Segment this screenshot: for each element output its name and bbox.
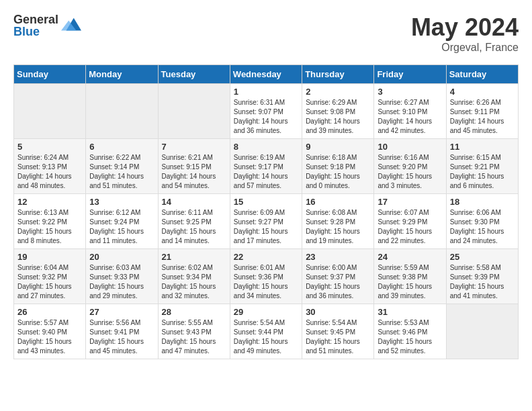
day-info: Sunrise: 6:03 AM Sunset: 9:33 PM Dayligh… [89,263,154,301]
day-number: 28 [162,307,226,317]
day-info: Sunrise: 5:56 AM Sunset: 9:41 PM Dayligh… [89,318,154,356]
day-number: 16 [306,197,370,207]
header-day: Thursday [302,65,374,84]
day-info: Sunrise: 5:54 AM Sunset: 9:44 PM Dayligh… [234,318,298,356]
day-number: 8 [234,142,298,152]
calendar-cell: 17Sunrise: 6:07 AM Sunset: 9:29 PM Dayli… [374,194,446,249]
calendar-cell: 14Sunrise: 6:11 AM Sunset: 9:25 PM Dayli… [158,194,230,249]
header-day: Tuesday [158,65,230,84]
header-row: SundayMondayTuesdayWednesdayThursdayFrid… [14,65,519,84]
day-info: Sunrise: 6:00 AM Sunset: 9:37 PM Dayligh… [306,263,370,301]
location: Orgeval, France [411,42,519,54]
logo-icon [61,15,81,36]
day-number: 7 [162,142,226,152]
calendar-cell: 2Sunrise: 6:29 AM Sunset: 9:08 PM Daylig… [302,84,374,139]
calendar-header: SundayMondayTuesdayWednesdayThursdayFrid… [14,65,519,84]
day-info: Sunrise: 6:27 AM Sunset: 9:10 PM Dayligh… [378,98,442,136]
calendar-cell: 30Sunrise: 5:54 AM Sunset: 9:45 PM Dayli… [302,304,374,359]
day-info: Sunrise: 6:12 AM Sunset: 9:24 PM Dayligh… [89,208,154,246]
calendar-week: 12Sunrise: 6:13 AM Sunset: 9:22 PM Dayli… [14,194,519,249]
day-number: 1 [234,87,298,97]
calendar-cell: 20Sunrise: 6:03 AM Sunset: 9:33 PM Dayli… [86,249,158,304]
calendar-week: 1Sunrise: 6:31 AM Sunset: 9:07 PM Daylig… [14,84,519,139]
day-number: 31 [378,307,442,317]
calendar-cell: 3Sunrise: 6:27 AM Sunset: 9:10 PM Daylig… [374,84,446,139]
day-info: Sunrise: 6:16 AM Sunset: 9:20 PM Dayligh… [378,153,442,191]
calendar-cell [86,84,158,139]
calendar-cell: 25Sunrise: 5:58 AM Sunset: 9:39 PM Dayli… [446,249,518,304]
day-info: Sunrise: 6:22 AM Sunset: 9:14 PM Dayligh… [89,153,154,191]
calendar-cell: 4Sunrise: 6:26 AM Sunset: 9:11 PM Daylig… [446,84,518,139]
day-number: 4 [450,87,515,97]
day-number: 24 [378,252,442,262]
calendar-cell: 12Sunrise: 6:13 AM Sunset: 9:22 PM Dayli… [14,194,86,249]
calendar-cell: 5Sunrise: 6:24 AM Sunset: 9:13 PM Daylig… [14,139,86,194]
calendar-cell [158,84,230,139]
logo-blue-text: Blue [13,26,58,38]
day-number: 18 [450,197,515,207]
header-day: Wednesday [230,65,302,84]
header-day: Monday [86,65,158,84]
day-number: 5 [17,142,82,152]
month-title: May 2024 [411,13,519,42]
calendar-cell: 13Sunrise: 6:12 AM Sunset: 9:24 PM Dayli… [86,194,158,249]
day-number: 27 [89,307,154,317]
calendar-cell [446,304,518,359]
calendar-cell: 21Sunrise: 6:02 AM Sunset: 9:34 PM Dayli… [158,249,230,304]
day-number: 30 [306,307,370,317]
day-number: 29 [234,307,298,317]
day-number: 11 [450,142,515,152]
calendar-cell: 31Sunrise: 5:53 AM Sunset: 9:46 PM Dayli… [374,304,446,359]
calendar-cell: 18Sunrise: 6:06 AM Sunset: 9:30 PM Dayli… [446,194,518,249]
day-info: Sunrise: 6:18 AM Sunset: 9:18 PM Dayligh… [306,153,370,191]
day-number: 22 [234,252,298,262]
calendar-cell: 26Sunrise: 5:57 AM Sunset: 9:40 PM Dayli… [14,304,86,359]
calendar-cell: 9Sunrise: 6:18 AM Sunset: 9:18 PM Daylig… [302,139,374,194]
calendar-table: SundayMondayTuesdayWednesdayThursdayFrid… [13,64,519,359]
calendar-cell: 22Sunrise: 6:01 AM Sunset: 9:36 PM Dayli… [230,249,302,304]
calendar-week: 5Sunrise: 6:24 AM Sunset: 9:13 PM Daylig… [14,139,519,194]
day-info: Sunrise: 6:19 AM Sunset: 9:17 PM Dayligh… [234,153,298,191]
calendar-cell: 1Sunrise: 6:31 AM Sunset: 9:07 PM Daylig… [230,84,302,139]
day-number: 12 [17,197,82,207]
day-info: Sunrise: 6:15 AM Sunset: 9:21 PM Dayligh… [450,153,515,191]
calendar-cell: 6Sunrise: 6:22 AM Sunset: 9:14 PM Daylig… [86,139,158,194]
page-header: General Blue May 2024 Orgeval, France [13,13,519,54]
day-info: Sunrise: 5:55 AM Sunset: 9:43 PM Dayligh… [162,318,226,356]
calendar-cell: 8Sunrise: 6:19 AM Sunset: 9:17 PM Daylig… [230,139,302,194]
calendar-cell: 19Sunrise: 6:04 AM Sunset: 9:32 PM Dayli… [14,249,86,304]
day-number: 15 [234,197,298,207]
calendar-week: 19Sunrise: 6:04 AM Sunset: 9:32 PM Dayli… [14,249,519,304]
header-day: Saturday [446,65,518,84]
calendar-cell: 11Sunrise: 6:15 AM Sunset: 9:21 PM Dayli… [446,139,518,194]
day-info: Sunrise: 6:31 AM Sunset: 9:07 PM Dayligh… [234,98,298,136]
day-info: Sunrise: 6:09 AM Sunset: 9:27 PM Dayligh… [234,208,298,246]
day-info: Sunrise: 6:26 AM Sunset: 9:11 PM Dayligh… [450,98,515,136]
day-number: 20 [89,252,154,262]
calendar-cell [14,84,86,139]
day-number: 2 [306,87,370,97]
title-area: May 2024 Orgeval, France [411,13,519,54]
day-info: Sunrise: 5:57 AM Sunset: 9:40 PM Dayligh… [17,318,82,356]
day-info: Sunrise: 6:21 AM Sunset: 9:15 PM Dayligh… [162,153,226,191]
day-number: 23 [306,252,370,262]
day-number: 14 [162,197,226,207]
header-day: Friday [374,65,446,84]
calendar-cell: 23Sunrise: 6:00 AM Sunset: 9:37 PM Dayli… [302,249,374,304]
day-info: Sunrise: 5:59 AM Sunset: 9:38 PM Dayligh… [378,263,442,301]
day-number: 26 [17,307,82,317]
day-number: 9 [306,142,370,152]
day-info: Sunrise: 6:13 AM Sunset: 9:22 PM Dayligh… [17,208,82,246]
day-info: Sunrise: 6:08 AM Sunset: 9:28 PM Dayligh… [306,208,370,246]
calendar-body: 1Sunrise: 6:31 AM Sunset: 9:07 PM Daylig… [14,84,519,359]
header-day: Sunday [14,65,86,84]
day-number: 13 [89,197,154,207]
calendar-cell: 29Sunrise: 5:54 AM Sunset: 9:44 PM Dayli… [230,304,302,359]
day-info: Sunrise: 5:53 AM Sunset: 9:46 PM Dayligh… [378,318,442,356]
day-info: Sunrise: 6:07 AM Sunset: 9:29 PM Dayligh… [378,208,442,246]
day-info: Sunrise: 5:58 AM Sunset: 9:39 PM Dayligh… [450,263,515,301]
day-info: Sunrise: 6:24 AM Sunset: 9:13 PM Dayligh… [17,153,82,191]
day-info: Sunrise: 6:04 AM Sunset: 9:32 PM Dayligh… [17,263,82,301]
day-info: Sunrise: 6:06 AM Sunset: 9:30 PM Dayligh… [450,208,515,246]
day-number: 6 [89,142,154,152]
